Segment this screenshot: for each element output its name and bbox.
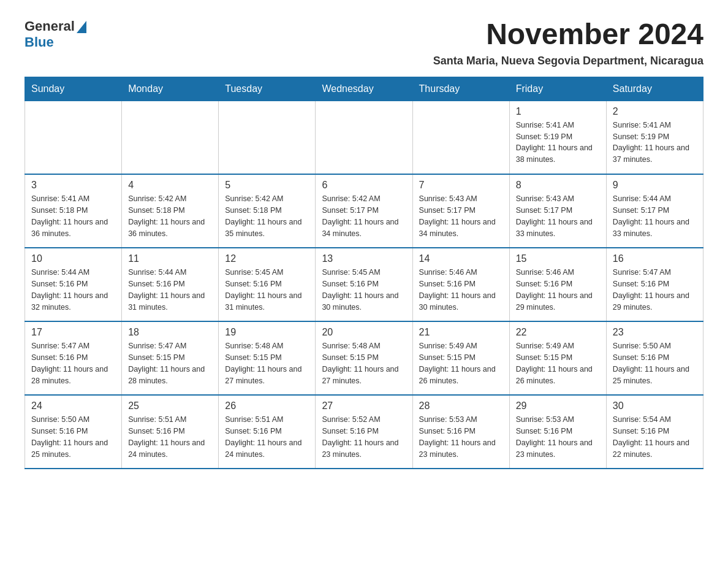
calendar-day-cell: 9Sunrise: 5:44 AMSunset: 5:17 PMDaylight… — [606, 174, 703, 248]
calendar-day-cell — [316, 101, 412, 174]
day-number: 6 — [322, 180, 406, 191]
calendar-week-row: 10Sunrise: 5:44 AMSunset: 5:16 PMDayligh… — [25, 248, 703, 321]
day-info: Sunrise: 5:44 AMSunset: 5:17 PMDaylight:… — [613, 193, 697, 239]
calendar-day-cell: 23Sunrise: 5:50 AMSunset: 5:16 PMDayligh… — [606, 321, 703, 395]
day-info: Sunrise: 5:46 AMSunset: 5:16 PMDaylight:… — [516, 267, 600, 313]
day-info: Sunrise: 5:41 AMSunset: 5:19 PMDaylight:… — [516, 120, 600, 166]
day-info: Sunrise: 5:45 AMSunset: 5:16 PMDaylight:… — [322, 267, 406, 313]
day-number: 1 — [516, 106, 600, 117]
calendar-day-cell: 20Sunrise: 5:48 AMSunset: 5:15 PMDayligh… — [316, 321, 412, 395]
day-number: 16 — [613, 253, 697, 264]
calendar-week-row: 1Sunrise: 5:41 AMSunset: 5:19 PMDaylight… — [25, 101, 703, 174]
day-number: 26 — [225, 400, 309, 412]
day-number: 20 — [322, 327, 406, 338]
location-subtitle: Santa Maria, Nueva Segovia Department, N… — [433, 55, 703, 67]
day-number: 2 — [613, 106, 697, 117]
calendar-day-cell: 6Sunrise: 5:42 AMSunset: 5:17 PMDaylight… — [316, 174, 412, 248]
day-of-week-header: Saturday — [606, 77, 703, 101]
day-number: 8 — [516, 180, 600, 191]
day-number: 27 — [322, 400, 406, 412]
calendar-day-cell: 15Sunrise: 5:46 AMSunset: 5:16 PMDayligh… — [509, 248, 606, 321]
day-info: Sunrise: 5:51 AMSunset: 5:16 PMDaylight:… — [128, 414, 212, 460]
calendar-day-cell: 17Sunrise: 5:47 AMSunset: 5:16 PMDayligh… — [25, 321, 122, 395]
day-info: Sunrise: 5:42 AMSunset: 5:18 PMDaylight:… — [225, 193, 309, 239]
day-number: 18 — [128, 327, 212, 338]
day-info: Sunrise: 5:48 AMSunset: 5:15 PMDaylight:… — [322, 340, 406, 386]
day-info: Sunrise: 5:47 AMSunset: 5:15 PMDaylight:… — [128, 340, 212, 386]
calendar-day-cell — [412, 101, 509, 174]
calendar-day-cell — [25, 101, 122, 174]
day-info: Sunrise: 5:46 AMSunset: 5:16 PMDaylight:… — [419, 267, 503, 313]
day-number: 19 — [225, 327, 309, 338]
calendar-day-cell: 10Sunrise: 5:44 AMSunset: 5:16 PMDayligh… — [25, 248, 122, 321]
day-info: Sunrise: 5:45 AMSunset: 5:16 PMDaylight:… — [225, 267, 309, 313]
title-section: November 2024 Santa Maria, Nueva Segovia… — [433, 18, 703, 67]
calendar-day-cell — [122, 101, 219, 174]
day-info: Sunrise: 5:43 AMSunset: 5:17 PMDaylight:… — [419, 193, 503, 239]
calendar-day-cell: 13Sunrise: 5:45 AMSunset: 5:16 PMDayligh… — [316, 248, 412, 321]
day-number: 30 — [613, 400, 697, 412]
day-info: Sunrise: 5:41 AMSunset: 5:19 PMDaylight:… — [613, 120, 697, 166]
calendar-day-cell: 8Sunrise: 5:43 AMSunset: 5:17 PMDaylight… — [509, 174, 606, 248]
calendar-day-cell — [219, 101, 316, 174]
day-info: Sunrise: 5:47 AMSunset: 5:16 PMDaylight:… — [31, 340, 115, 386]
day-info: Sunrise: 5:52 AMSunset: 5:16 PMDaylight:… — [322, 414, 406, 460]
day-number: 12 — [225, 253, 309, 264]
calendar-day-cell: 7Sunrise: 5:43 AMSunset: 5:17 PMDaylight… — [412, 174, 509, 248]
calendar-day-cell: 26Sunrise: 5:51 AMSunset: 5:16 PMDayligh… — [219, 395, 316, 469]
day-of-week-header: Wednesday — [316, 77, 412, 101]
day-number: 24 — [31, 400, 115, 412]
logo-arrow-icon — [77, 21, 86, 33]
calendar-day-cell: 12Sunrise: 5:45 AMSunset: 5:16 PMDayligh… — [219, 248, 316, 321]
day-number: 3 — [31, 180, 115, 191]
calendar-day-cell: 27Sunrise: 5:52 AMSunset: 5:16 PMDayligh… — [316, 395, 412, 469]
day-info: Sunrise: 5:51 AMSunset: 5:16 PMDaylight:… — [225, 414, 309, 460]
calendar-body: 1Sunrise: 5:41 AMSunset: 5:19 PMDaylight… — [25, 101, 703, 469]
day-number: 4 — [128, 180, 212, 191]
days-of-week-row: SundayMondayTuesdayWednesdayThursdayFrid… — [25, 77, 703, 101]
calendar-day-cell: 19Sunrise: 5:48 AMSunset: 5:15 PMDayligh… — [219, 321, 316, 395]
day-number: 28 — [419, 400, 503, 412]
calendar-day-cell: 29Sunrise: 5:53 AMSunset: 5:16 PMDayligh… — [509, 395, 606, 469]
day-info: Sunrise: 5:50 AMSunset: 5:16 PMDaylight:… — [613, 340, 697, 386]
day-number: 10 — [31, 253, 115, 264]
day-number: 29 — [516, 400, 600, 412]
calendar-day-cell: 16Sunrise: 5:47 AMSunset: 5:16 PMDayligh… — [606, 248, 703, 321]
page-header: General Blue November 2024 Santa Maria, … — [25, 18, 703, 67]
month-title: November 2024 — [433, 18, 703, 51]
day-info: Sunrise: 5:44 AMSunset: 5:16 PMDaylight:… — [31, 267, 115, 313]
day-of-week-header: Friday — [509, 77, 606, 101]
day-of-week-header: Tuesday — [219, 77, 316, 101]
logo-general-text: General — [25, 18, 75, 34]
calendar-day-cell: 3Sunrise: 5:41 AMSunset: 5:18 PMDaylight… — [25, 174, 122, 248]
calendar-day-cell: 2Sunrise: 5:41 AMSunset: 5:19 PMDaylight… — [606, 101, 703, 174]
day-number: 5 — [225, 180, 309, 191]
day-of-week-header: Thursday — [412, 77, 509, 101]
calendar-day-cell: 11Sunrise: 5:44 AMSunset: 5:16 PMDayligh… — [122, 248, 219, 321]
calendar-header: SundayMondayTuesdayWednesdayThursdayFrid… — [25, 77, 703, 101]
day-info: Sunrise: 5:42 AMSunset: 5:18 PMDaylight:… — [128, 193, 212, 239]
day-info: Sunrise: 5:53 AMSunset: 5:16 PMDaylight:… — [419, 414, 503, 460]
day-info: Sunrise: 5:47 AMSunset: 5:16 PMDaylight:… — [613, 267, 697, 313]
calendar-week-row: 3Sunrise: 5:41 AMSunset: 5:18 PMDaylight… — [25, 174, 703, 248]
day-number: 25 — [128, 400, 212, 412]
logo-blue-text: Blue — [25, 34, 54, 50]
calendar-day-cell: 25Sunrise: 5:51 AMSunset: 5:16 PMDayligh… — [122, 395, 219, 469]
day-number: 22 — [516, 327, 600, 338]
day-info: Sunrise: 5:44 AMSunset: 5:16 PMDaylight:… — [128, 267, 212, 313]
day-number: 7 — [419, 180, 503, 191]
day-number: 23 — [613, 327, 697, 338]
day-number: 14 — [419, 253, 503, 264]
calendar-day-cell: 14Sunrise: 5:46 AMSunset: 5:16 PMDayligh… — [412, 248, 509, 321]
day-info: Sunrise: 5:41 AMSunset: 5:18 PMDaylight:… — [31, 193, 115, 239]
day-info: Sunrise: 5:43 AMSunset: 5:17 PMDaylight:… — [516, 193, 600, 239]
day-info: Sunrise: 5:48 AMSunset: 5:15 PMDaylight:… — [225, 340, 309, 386]
day-info: Sunrise: 5:49 AMSunset: 5:15 PMDaylight:… — [516, 340, 600, 386]
calendar-day-cell: 4Sunrise: 5:42 AMSunset: 5:18 PMDaylight… — [122, 174, 219, 248]
calendar-week-row: 24Sunrise: 5:50 AMSunset: 5:16 PMDayligh… — [25, 395, 703, 469]
calendar-day-cell: 21Sunrise: 5:49 AMSunset: 5:15 PMDayligh… — [412, 321, 509, 395]
day-number: 11 — [128, 253, 212, 264]
day-number: 13 — [322, 253, 406, 264]
day-of-week-header: Sunday — [25, 77, 122, 101]
calendar-table: SundayMondayTuesdayWednesdayThursdayFrid… — [25, 77, 703, 470]
